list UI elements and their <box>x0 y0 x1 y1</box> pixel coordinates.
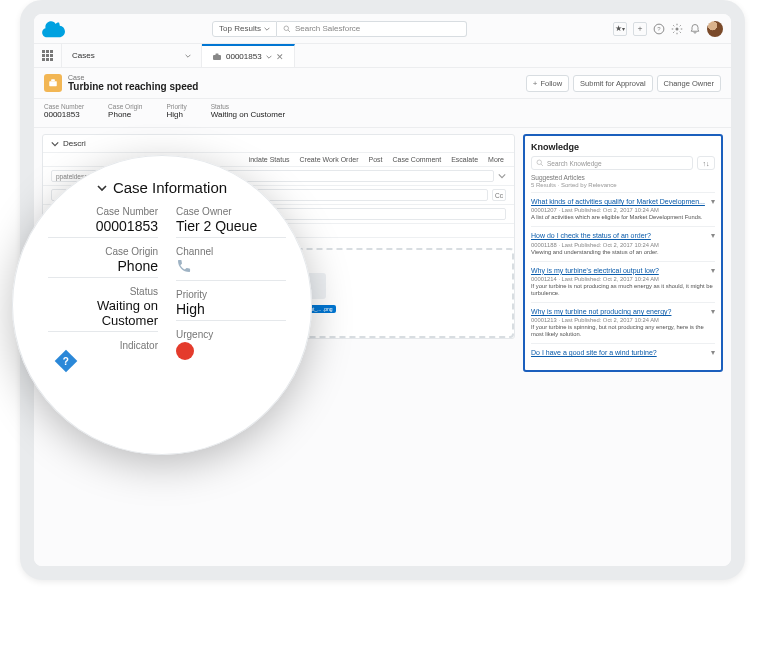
field-case-owner: Case Owner Tier 2 Queue <box>176 206 286 238</box>
knowledge-panel: Knowledge Search Knowledge ↑↓ Suggested … <box>523 134 723 372</box>
briefcase-icon <box>212 52 222 62</box>
knowledge-item[interactable]: ▾ Why is my turbine not producing any en… <box>531 302 715 343</box>
chevron-down-icon <box>51 140 59 148</box>
case-summary-row: Case Number00001853 Case OriginPhone Pri… <box>34 99 731 128</box>
item-menu-icon[interactable]: ▾ <box>711 266 715 275</box>
record-type-label: Case <box>68 74 198 81</box>
action-escalate[interactable]: Escalate <box>451 156 478 163</box>
knowledge-search-input[interactable]: Search Knowledge <box>531 156 693 170</box>
top-results-dropdown[interactable]: Top Results <box>212 21 277 37</box>
summary-status: StatusWaiting on Customer <box>211 103 285 119</box>
field-channel: Channel <box>176 246 286 281</box>
indicator-badge: ? <box>55 350 78 373</box>
svg-point-9 <box>537 160 542 165</box>
action-post[interactable]: Post <box>369 156 383 163</box>
field-indicator: Indicator ? <box>48 340 158 369</box>
action-more[interactable]: More <box>488 156 504 163</box>
field-status: Status Waiting on Customer <box>48 286 158 332</box>
svg-rect-7 <box>49 81 57 86</box>
svg-point-4 <box>676 27 679 30</box>
svg-rect-5 <box>213 55 221 60</box>
action-case-comment[interactable]: Case Comment <box>393 156 442 163</box>
svg-point-0 <box>284 26 289 31</box>
svg-rect-6 <box>216 53 219 55</box>
chevron-down-icon <box>266 54 272 60</box>
knowledge-item[interactable]: ▾ How do I check the status of an order?… <box>531 226 715 260</box>
salesforce-logo <box>42 20 68 38</box>
add-button[interactable]: ＋ <box>633 22 647 36</box>
user-avatar[interactable] <box>707 21 723 37</box>
svg-rect-8 <box>51 79 55 81</box>
item-menu-icon[interactable]: ▾ <box>711 307 715 316</box>
field-urgency: Urgency <box>176 329 286 360</box>
knowledge-subheading: Suggested Articles <box>531 174 715 181</box>
follow-button[interactable]: +Follow <box>526 75 569 92</box>
tab-close-icon[interactable]: ✕ <box>276 52 284 62</box>
item-menu-icon[interactable]: ▾ <box>711 197 715 206</box>
action-update-status[interactable]: indate Status <box>249 156 290 163</box>
search-icon <box>283 25 291 33</box>
tab-cases[interactable]: Cases <box>62 44 202 67</box>
field-case-number: Case Number 00001853 <box>48 206 158 238</box>
case-title: Turbine not reaching speed <box>68 81 198 92</box>
summary-priority: PriorityHigh <box>166 103 186 119</box>
field-priority: Priority High <box>176 289 286 321</box>
knowledge-result-count: 5 Results · Sorted by Relevance <box>531 182 715 188</box>
action-create-work-order[interactable]: Create Work Order <box>300 156 359 163</box>
knowledge-title: Knowledge <box>531 142 715 152</box>
item-menu-icon[interactable]: ▾ <box>711 348 715 357</box>
knowledge-item[interactable]: ▾ What kinds of activities qualify for M… <box>531 192 715 226</box>
description-header[interactable]: Descri <box>43 135 514 153</box>
help-icon[interactable]: ? <box>653 23 665 35</box>
chevron-down-icon <box>97 183 107 193</box>
summary-case-origin: Case OriginPhone <box>108 103 142 119</box>
knowledge-item[interactable]: ▾ Why is my turbine's electrical output … <box>531 261 715 302</box>
summary-case-number: Case Number00001853 <box>44 103 84 119</box>
app-launcher-icon[interactable] <box>34 44 62 67</box>
case-header: Case Turbine not reaching speed +Follow … <box>34 68 731 99</box>
chevron-down-icon[interactable] <box>498 170 506 182</box>
section-title: Case Information <box>113 179 227 196</box>
svg-text:?: ? <box>657 26 661 32</box>
svg-line-10 <box>541 164 543 166</box>
field-case-origin: Case Origin Phone <box>48 246 158 278</box>
cc-button[interactable]: Cc <box>492 189 506 201</box>
notifications-bell-icon[interactable] <box>689 23 701 35</box>
phone-icon <box>176 258 192 274</box>
urgency-indicator <box>176 342 194 360</box>
magnifier-lens: Case Information Case Number 00001853 Ca… <box>12 155 312 455</box>
global-header: Top Results Search Salesforce ★▾ ＋ ? <box>34 14 731 44</box>
change-owner-button[interactable]: Change Owner <box>657 75 721 92</box>
knowledge-sort-button[interactable]: ↑↓ <box>697 156 715 170</box>
submit-approval-button[interactable]: Submit for Approval <box>573 75 652 92</box>
setup-gear-icon[interactable] <box>671 23 683 35</box>
case-icon <box>44 74 62 92</box>
item-menu-icon[interactable]: ▾ <box>711 231 715 240</box>
tab-case-active[interactable]: 00001853 ✕ <box>202 44 295 67</box>
chevron-down-icon <box>185 53 191 59</box>
svg-line-1 <box>288 30 290 32</box>
nav-tabs: Cases 00001853 ✕ <box>34 44 731 68</box>
global-search-input[interactable]: Search Salesforce <box>277 21 467 37</box>
favorites-button[interactable]: ★▾ <box>613 22 627 36</box>
search-icon <box>536 159 544 167</box>
knowledge-item[interactable]: ▾ Do I have a good site for a wind turbi… <box>531 343 715 363</box>
